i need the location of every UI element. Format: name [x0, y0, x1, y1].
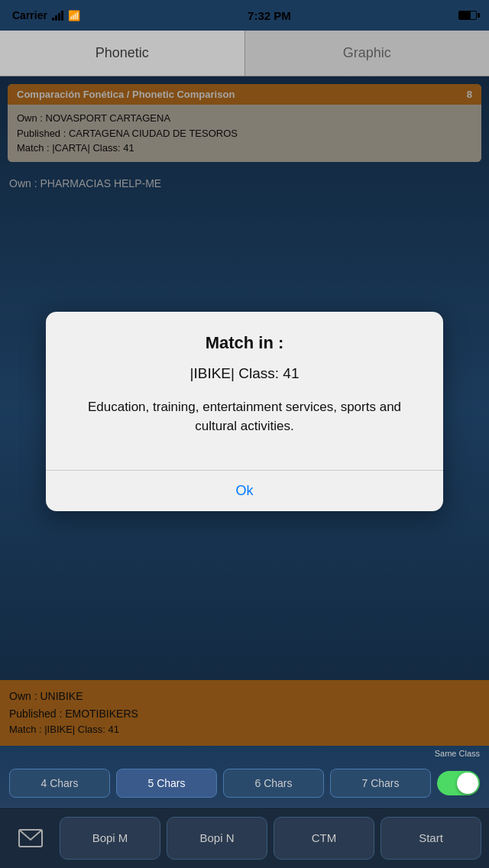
char-btn-4[interactable]: 4 Chars — [9, 769, 110, 798]
modal-title: Match in : — [69, 333, 420, 353]
ctm-button[interactable]: CTM — [274, 817, 374, 860]
mail-icon — [18, 829, 43, 847]
modal-box: Match in : |IBIKE| Class: 41 Education, … — [46, 312, 443, 511]
tab-phonetic[interactable]: Phonetic — [0, 31, 245, 76]
modal-class: |IBIKE| Class: 41 — [69, 365, 420, 382]
toggle-switch-container[interactable] — [437, 771, 480, 795]
char-btn-6[interactable]: 6 Chars — [223, 769, 324, 798]
same-class-label: Same Class — [435, 749, 480, 758]
toggle-knob — [457, 772, 478, 794]
char-btn-7[interactable]: 7 Chars — [330, 769, 431, 798]
char-btn-5[interactable]: 5 Chars — [116, 769, 217, 798]
bopi-n-button[interactable]: Bopi N — [167, 817, 267, 860]
wifi-icon: 📶 — [68, 10, 80, 21]
mail-button[interactable] — [8, 817, 53, 860]
bottom-controls: Same Class 4 Chars 5 Chars 6 Chars 7 Cha… — [0, 746, 489, 807]
same-class-toggle-container: Same Class — [435, 749, 480, 761]
signal-icon — [52, 11, 63, 21]
modal-description: Education, training, entertainment servi… — [69, 397, 420, 436]
bottom-toolbar: Bopi M Bopi N CTM Start — [0, 807, 489, 868]
time-label: 7:32 PM — [248, 9, 291, 22]
status-bar: Carrier 📶 7:32 PM — [0, 0, 489, 31]
modal-body: Match in : |IBIKE| Class: 41 Education, … — [46, 312, 443, 452]
same-class-toggle[interactable] — [437, 771, 480, 795]
modal-overlay: Match in : |IBIKE| Class: 41 Education, … — [0, 76, 489, 746]
tab-graphic[interactable]: Graphic — [245, 31, 490, 76]
tab-bar: Phonetic Graphic — [0, 31, 489, 76]
carrier-label: Carrier 📶 — [12, 9, 80, 21]
start-button[interactable]: Start — [381, 817, 481, 860]
main-content: Comparación Fonética / Phonetic Comparis… — [0, 76, 489, 746]
battery-container — [458, 11, 477, 20]
battery-icon — [458, 11, 477, 20]
modal-ok-button[interactable]: Ok — [46, 471, 443, 511]
bopi-m-button[interactable]: Bopi M — [60, 817, 160, 860]
